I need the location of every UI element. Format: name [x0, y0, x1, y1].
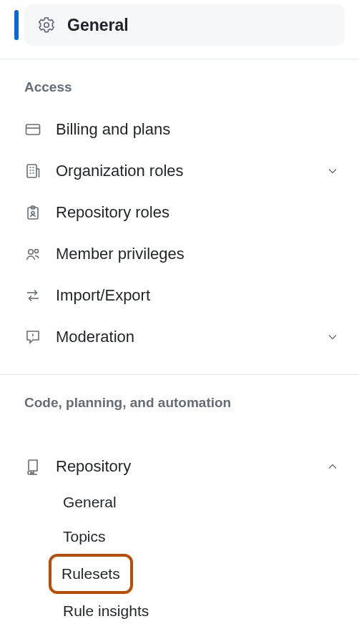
chevron-down-icon: [325, 163, 340, 179]
sidebar-item-billing[interactable]: Billing and plans: [24, 111, 345, 148]
sidebar-item-label: Moderation: [56, 328, 325, 346]
sidebar-subitem-label: Rule insights: [63, 602, 149, 620]
gear-icon: [37, 16, 56, 34]
sidebar-item-import-export[interactable]: Import/Export: [24, 277, 345, 314]
repo-icon: [24, 458, 41, 475]
report-icon: [24, 328, 41, 346]
svg-rect-1: [26, 125, 40, 135]
credit-card-icon: [24, 121, 41, 138]
svg-point-18: [32, 338, 33, 338]
chevron-up-icon: [325, 459, 340, 474]
sidebar-item-label: Member privileges: [56, 245, 345, 263]
id-badge-icon: [24, 204, 41, 221]
sidebar-subitem-rule-insights[interactable]: Rule insights: [56, 594, 345, 628]
sidebar-item-label: Repository roles: [56, 203, 345, 222]
svg-point-0: [44, 23, 49, 28]
svg-point-14: [31, 212, 34, 215]
sidebar-item-member-privileges[interactable]: Member privileges: [24, 235, 345, 273]
divider: [0, 59, 359, 59]
sidebar-subitem-rulesets[interactable]: Rulesets: [49, 554, 133, 594]
chevron-down-icon: [325, 329, 340, 345]
svg-rect-3: [27, 165, 36, 177]
section-header-access: Access: [24, 79, 345, 95]
sidebar-item-label: Billing and plans: [56, 120, 345, 139]
sidebar-item-label: Organization roles: [56, 162, 325, 180]
settings-sidebar: General Access Billing and plans Organiz…: [0, 0, 359, 643]
divider: [0, 374, 359, 375]
sidebar-item-repository-roles[interactable]: Repository roles: [24, 194, 345, 231]
sidebar-item-general-selected[interactable]: General: [24, 4, 345, 46]
sidebar-subitem-topics[interactable]: Topics: [56, 519, 345, 554]
svg-point-16: [35, 250, 39, 253]
sidebar-subitem-label: General: [63, 494, 117, 511]
sidebar-item-repository[interactable]: Repository: [24, 448, 345, 485]
sidebar-item-moderation[interactable]: Moderation: [24, 318, 345, 356]
sidebar-subitem-label: Rulesets: [62, 565, 120, 582]
svg-point-15: [29, 250, 34, 255]
sidebar-item-label: Import/Export: [56, 286, 345, 305]
organization-icon: [24, 162, 41, 180]
sidebar-item-organization-roles[interactable]: Organization roles: [24, 152, 345, 190]
sidebar-item-label: Repository: [56, 457, 325, 476]
section-header-code: Code, planning, and automation: [24, 395, 345, 411]
sidebar-subitem-general[interactable]: General: [56, 485, 345, 519]
arrows-swap-icon: [24, 287, 41, 304]
sidebar-subitem-label: Topics: [63, 528, 106, 545]
people-icon: [24, 245, 41, 263]
sidebar-item-label: General: [67, 16, 129, 35]
